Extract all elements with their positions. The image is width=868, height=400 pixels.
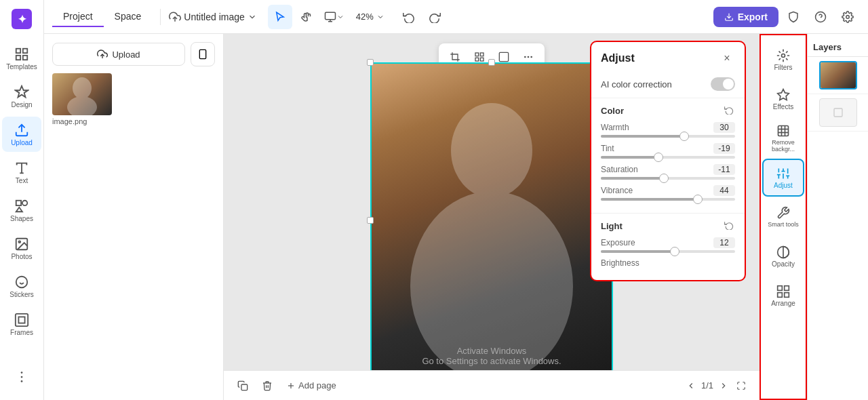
right-tool-filters[interactable]: Filters	[762, 41, 804, 79]
sidebar-label-frames: Frames	[10, 329, 33, 336]
color-reset-button[interactable]	[723, 104, 735, 118]
saturation-thumb[interactable]	[659, 174, 669, 183]
canvas-bottom-bar: Add page 1/1	[224, 370, 760, 400]
svg-rect-41	[241, 384, 248, 391]
svg-point-37	[528, 56, 530, 58]
light-sliders: Exposure 12 Brightness	[591, 237, 745, 280]
vibrance-track[interactable]	[601, 198, 735, 201]
sidebar-item-frames[interactable]: Frames	[2, 306, 41, 342]
light-reset-button[interactable]	[723, 219, 735, 233]
tint-thumb[interactable]	[654, 153, 663, 162]
tab-space[interactable]: Space	[104, 7, 153, 27]
svg-point-30	[67, 96, 97, 115]
chevron-down-icon	[376, 13, 384, 21]
right-tool-opacity[interactable]: Opacity	[762, 237, 804, 275]
svg-rect-32	[480, 53, 484, 56]
copy-canvas-btn[interactable]	[235, 378, 251, 394]
doc-title[interactable]: Untitled image	[169, 11, 257, 23]
right-tool-effects[interactable]: Effects	[762, 80, 804, 118]
stickers-icon	[14, 275, 29, 289]
filters-icon	[776, 49, 790, 62]
settings-button[interactable]	[835, 5, 860, 29]
svg-rect-3	[23, 55, 27, 59]
layer-thumb-person-img	[821, 62, 856, 88]
smart-tools-icon	[776, 206, 790, 220]
layer-blank-icon	[833, 107, 844, 118]
fullscreen-icon	[736, 381, 746, 391]
resize-handle-tm[interactable]	[488, 59, 495, 66]
sidebar-item-stickers[interactable]: Stickers	[2, 268, 41, 304]
canvas-image-container[interactable]	[370, 62, 613, 378]
layer-item-photo[interactable]	[808, 57, 868, 94]
sidebar-item-text[interactable]: Text	[2, 155, 41, 190]
svg-point-38	[530, 56, 532, 58]
svg-point-15	[21, 372, 23, 374]
svg-rect-2	[16, 55, 20, 59]
saturation-track[interactable]	[601, 177, 735, 180]
export-label: Export	[738, 12, 768, 22]
sidebar-item-upload[interactable]: Upload	[2, 117, 41, 152]
upload-main-button[interactable]: Upload	[52, 43, 185, 66]
resize-handle-tl[interactable]	[367, 59, 374, 66]
effects-label: Effects	[773, 103, 793, 111]
undo-button[interactable]	[397, 5, 421, 29]
vibrance-fill	[601, 198, 698, 201]
smart-tools-label: Smart tools	[768, 221, 799, 228]
device-button[interactable]	[191, 42, 215, 66]
upload-panel: Upload Added image.png	[44, 34, 224, 400]
delete-canvas-btn[interactable]	[259, 378, 275, 394]
ai-correction-toggle[interactable]	[711, 77, 735, 91]
vibrance-slider-row: Vibrance 44	[601, 185, 735, 201]
help-button[interactable]	[808, 5, 833, 29]
layers-panel: Layers	[807, 34, 868, 400]
tab-project[interactable]: Project	[52, 7, 104, 27]
svg-rect-13	[16, 313, 28, 325]
svg-point-29	[73, 77, 92, 99]
fullscreen-btn[interactable]	[734, 378, 749, 393]
hand-tool-btn[interactable]	[295, 5, 319, 29]
export-button[interactable]: Export	[713, 7, 778, 27]
brightness-slider-row: Brightness	[601, 258, 735, 268]
right-tool-smart-tools[interactable]: Smart tools	[762, 198, 804, 236]
resize-handle-ml[interactable]	[367, 217, 374, 224]
warmth-track[interactable]	[601, 135, 735, 138]
add-page-button[interactable]: Add page	[283, 378, 339, 393]
ai-correction-label: AI color correction	[601, 79, 672, 89]
zoom-button[interactable]: 42%	[349, 9, 391, 24]
shield-button[interactable]	[781, 5, 806, 29]
grid-icon	[14, 47, 29, 62]
plus-icon	[286, 381, 296, 391]
tint-track[interactable]	[601, 156, 735, 159]
next-page-btn[interactable]	[716, 378, 731, 393]
cursor-tool-btn[interactable]	[268, 5, 292, 29]
sidebar-item-photos[interactable]: Photos	[2, 231, 41, 266]
logo-button[interactable]: ✦	[8, 5, 35, 33]
image-thumbnail[interactable]	[52, 73, 112, 115]
sidebar-label-stickers: Stickers	[9, 291, 34, 298]
right-tool-remove-bg[interactable]: Remove backgr...	[762, 119, 804, 157]
sidebar-item-shapes[interactable]: Shapes	[2, 193, 41, 228]
warmth-thumb[interactable]	[679, 132, 689, 141]
sidebar-item-more[interactable]	[2, 359, 41, 395]
undo-redo-group	[397, 5, 447, 29]
sidebar-item-design[interactable]: Design	[2, 79, 41, 114]
right-tool-arrange[interactable]: Arrange	[762, 277, 804, 315]
redo-button[interactable]	[422, 5, 447, 29]
adjust-close-button[interactable]: ×	[719, 50, 735, 66]
remove-bg-icon	[776, 124, 790, 138]
exposure-thumb[interactable]	[670, 247, 679, 256]
prev-page-btn[interactable]	[684, 378, 698, 393]
sidebar-item-templates[interactable]: Templates	[2, 41, 41, 76]
photos-icon	[14, 237, 29, 252]
right-tool-adjust[interactable]: Adjust	[762, 159, 804, 197]
chevron-down-icon	[336, 13, 344, 21]
vibrance-thumb[interactable]	[693, 195, 703, 204]
brightness-label: Brightness	[601, 258, 639, 268]
frame-icon	[498, 52, 509, 62]
canvas-size-btn[interactable]	[322, 5, 347, 29]
svg-rect-31	[475, 53, 479, 56]
layer-item-blank[interactable]	[808, 94, 868, 132]
exposure-track[interactable]	[601, 250, 735, 253]
layers-header: Layers	[808, 34, 868, 57]
svg-rect-33	[475, 58, 479, 61]
